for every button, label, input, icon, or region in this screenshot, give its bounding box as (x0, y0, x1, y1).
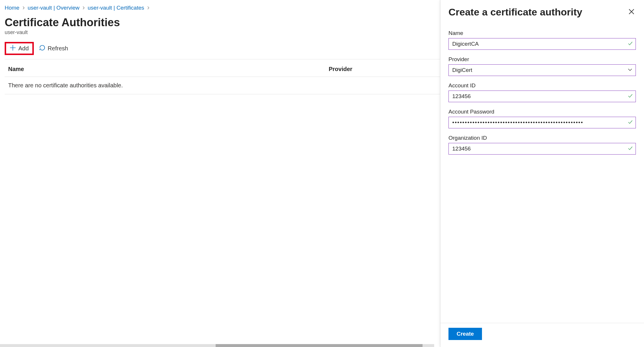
check-icon (628, 120, 633, 126)
chevron-right-icon (22, 6, 25, 10)
field-organization-id: Organization ID (448, 135, 636, 155)
horizontal-scrollbar[interactable] (0, 344, 434, 347)
provider-select[interactable] (448, 64, 636, 76)
chevron-right-icon (82, 6, 85, 10)
account-id-input[interactable] (448, 91, 636, 102)
column-header-name[interactable]: Name (8, 66, 329, 72)
field-account-password: Account Password (448, 109, 636, 128)
account-password-input[interactable] (448, 117, 636, 128)
scrollbar-thumb[interactable] (216, 344, 423, 347)
field-name: Name (448, 30, 636, 50)
panel-body: Name Provider Account ID (440, 21, 644, 323)
organization-id-label: Organization ID (448, 135, 636, 141)
add-button-label: Add (18, 45, 29, 52)
breadcrumb-certificates[interactable]: user-vault | Certificates (88, 5, 144, 11)
organization-id-input[interactable] (448, 143, 636, 155)
close-icon (628, 11, 635, 16)
create-ca-panel: Create a certificate authority Name Prov… (440, 0, 644, 347)
field-account-id: Account ID (448, 82, 636, 102)
refresh-button-label: Refresh (48, 45, 68, 52)
panel-header: Create a certificate authority (440, 0, 644, 21)
check-icon (628, 146, 633, 152)
field-provider: Provider (448, 56, 636, 76)
create-button[interactable]: Create (448, 328, 482, 340)
breadcrumb-home[interactable]: Home (5, 5, 20, 11)
plus-icon (10, 45, 16, 52)
provider-label: Provider (448, 56, 636, 63)
name-input[interactable] (448, 38, 636, 50)
refresh-button[interactable]: Refresh (36, 43, 72, 54)
breadcrumb-overview[interactable]: user-vault | Overview (28, 5, 80, 11)
check-icon (628, 41, 633, 47)
name-label: Name (448, 30, 636, 36)
close-button[interactable] (627, 7, 636, 17)
check-icon (628, 93, 633, 100)
panel-footer: Create (440, 323, 644, 347)
add-button[interactable]: Add (5, 42, 34, 55)
account-password-label: Account Password (448, 109, 636, 115)
account-id-label: Account ID (448, 82, 636, 89)
panel-title: Create a certificate authority (448, 6, 582, 18)
refresh-icon (39, 45, 45, 52)
chevron-right-icon (147, 6, 150, 10)
